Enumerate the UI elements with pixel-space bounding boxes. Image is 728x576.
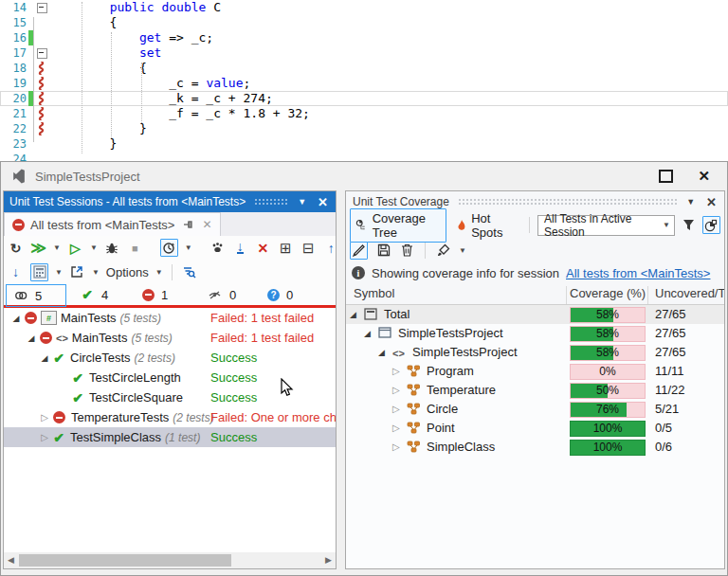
tab-close-icon[interactable]: ✕ (202, 218, 211, 231)
profile-tests-paw-icon[interactable] (209, 240, 226, 256)
code-line[interactable]: 17 set (0, 45, 728, 61)
hot-spots-button[interactable]: Hot Spots (452, 209, 521, 242)
run-test-icon[interactable]: ▷ (67, 240, 83, 256)
code-editor[interactable]: 14 public double C15 {16 get => _c;17 se… (0, 0, 728, 161)
coverage-row[interactable]: ▷Circle76%5/21 (346, 400, 724, 419)
expand-all-icon[interactable]: ⊞ (278, 240, 294, 256)
cover-tests-icon[interactable] (160, 239, 178, 257)
test-row[interactable]: ◢✔CircleTests(2 tests)Success (4, 348, 336, 368)
scroll-left-icon[interactable]: ◀ (8, 555, 14, 565)
code-line[interactable]: 23 } (0, 136, 728, 152)
code-line[interactable]: 19 _c = value; (0, 76, 728, 91)
expander-expanded-icon[interactable]: ◢ (9, 314, 23, 323)
code-line[interactable]: 18 { (0, 61, 728, 76)
run-all-dropdown-icon[interactable]: ▼ (53, 243, 61, 252)
drop-coverage-trash-icon[interactable] (399, 243, 415, 259)
test-row[interactable]: ▷TemperatureTests(2 tests)Failed: One or… (4, 407, 336, 427)
test-row[interactable]: ◢#MainTests(5 tests)Failed: 1 test faile… (4, 308, 336, 328)
code-line[interactable]: 16 get => _c; (0, 30, 728, 45)
expander-expanded-icon[interactable]: ◢ (350, 305, 356, 324)
expander-expanded-icon[interactable]: ◢ (38, 353, 51, 363)
panel-menu-caret-icon[interactable]: ▼ (298, 197, 306, 207)
append-tests-icon[interactable]: ↓ (232, 240, 248, 256)
highlight-code-icon[interactable] (350, 242, 368, 260)
session-tab[interactable]: All tests from <MainTests> ✕ (4, 212, 221, 236)
debug-test-icon[interactable] (104, 240, 120, 256)
run-dropdown-icon[interactable]: ▼ (90, 243, 98, 252)
panel-close-icon[interactable]: ✕ (706, 195, 717, 209)
scrollbar-thumb[interactable] (19, 554, 231, 567)
export-dropdown-icon[interactable]: ▼ (92, 268, 100, 277)
scroll-right-icon[interactable]: ▶ (325, 555, 332, 565)
expander-collapsed-icon[interactable]: ▷ (392, 438, 400, 457)
unit-test-sessions-titlebar[interactable]: Unit Test Sessions - All tests from <Mai… (4, 191, 336, 212)
collapse-all-icon[interactable]: ⊟ (300, 240, 317, 256)
coverage-row[interactable]: ◢SimpleTestsProject58%27/65 (346, 324, 724, 343)
count-passed[interactable]: ✔ 4 (80, 284, 108, 305)
expander-collapsed-icon[interactable]: ▷ (38, 432, 51, 442)
expander-collapsed-icon[interactable]: ▷ (392, 381, 400, 400)
fold-collapse-icon[interactable] (37, 3, 47, 13)
count-inconclusive[interactable]: ? 0 (267, 284, 293, 305)
group-by-dropdown-icon[interactable]: ▼ (55, 268, 63, 277)
next-test-icon[interactable]: ↓ (8, 264, 24, 280)
previous-test-icon[interactable]: ↑ (323, 240, 337, 256)
fold-collapse-icon[interactable] (37, 48, 47, 59)
expander-collapsed-icon[interactable]: ▷ (38, 412, 51, 423)
refresh-icon[interactable]: ↻ (8, 240, 24, 256)
coverage-row[interactable]: ▷Temperature50%11/22 (346, 381, 724, 400)
code-line[interactable]: 22 } (0, 121, 728, 136)
test-row[interactable]: ✔TestCircleSquareSuccess (4, 387, 336, 407)
test-results-tree[interactable]: ◢#MainTests(5 tests)Failed: 1 test faile… (4, 308, 336, 552)
fold-margin[interactable] (34, 0, 50, 15)
code-line[interactable]: 15 { (0, 15, 728, 30)
group-by-icon[interactable] (30, 263, 48, 281)
test-row[interactable]: ◢<>MainTests(5 tests)Failed: 1 test fail… (4, 328, 336, 348)
expander-collapsed-icon[interactable]: ▷ (392, 400, 400, 419)
appearance-brush-icon[interactable] (435, 243, 451, 259)
run-all-tests-icon[interactable]: ≫ (30, 240, 46, 256)
save-snapshot-icon[interactable] (375, 243, 391, 259)
coverage-row[interactable]: ▷Point100%0/5 (346, 419, 724, 438)
coverage-table-header[interactable]: Symbol Coverage (%) Uncovered/Total (346, 283, 724, 305)
count-ignored[interactable]: 0 (207, 284, 236, 305)
panel-menu-caret-icon[interactable]: ▼ (686, 197, 695, 207)
expander-expanded-icon[interactable]: ◢ (364, 324, 371, 343)
maximize-button[interactable] (659, 170, 673, 183)
panel-splitter[interactable] (337, 190, 345, 569)
export-icon[interactable] (69, 264, 85, 280)
coverage-row[interactable]: ▷SimpleClass100%0/6 (346, 438, 724, 457)
coverage-row[interactable]: ▷Program0%11/11 (346, 362, 724, 381)
panel-close-icon[interactable]: ✕ (318, 195, 328, 209)
coverage-row[interactable]: ◢<>SimpleTestsProject58%27/65 (346, 343, 724, 362)
coverage-table-rows[interactable]: ◢Total58%27/65◢SimpleTestsProject58%27/6… (346, 305, 724, 568)
coverage-scope-icon[interactable] (702, 216, 720, 234)
count-failed[interactable]: 1 (142, 284, 168, 305)
pin-icon[interactable] (180, 217, 196, 233)
code-line[interactable]: 14 public double C (0, 0, 728, 15)
code-line[interactable]: 21 _f = _c * 1.8 + 32; (0, 106, 728, 121)
expander-collapsed-icon[interactable]: ▷ (392, 419, 400, 438)
stop-icon[interactable]: ■ (127, 240, 143, 256)
options-dropdown-icon[interactable]: ▼ (155, 268, 163, 277)
options-button[interactable]: Options (106, 265, 149, 279)
expander-expanded-icon[interactable]: ◢ (25, 333, 38, 343)
remove-session-icon[interactable]: ✕ (255, 240, 271, 256)
expander-expanded-icon[interactable]: ◢ (378, 343, 385, 362)
window-titlebar[interactable]: SimpleTestsProject ✕ (1, 162, 727, 190)
coverage-row[interactable]: ◢Total58%27/65 (346, 305, 724, 324)
test-row[interactable]: ▷✔TestSimpleClass(1 test)Success (4, 427, 336, 447)
horizontal-scrollbar[interactable]: ◀ ▶ (4, 552, 336, 568)
test-row[interactable]: ✔TestCircleLengthSuccess (4, 368, 336, 387)
close-window-button[interactable]: ✕ (698, 171, 710, 181)
brush-dropdown-icon[interactable]: ▼ (459, 246, 466, 255)
filter-coverage-icon[interactable] (681, 217, 697, 233)
fold-margin[interactable] (34, 45, 50, 61)
filter-tests-icon[interactable] (181, 264, 197, 280)
count-total[interactable]: 5 (6, 284, 66, 307)
session-link[interactable]: All tests from <MainTests> (566, 266, 710, 280)
cover-dropdown-icon[interactable]: ▼ (185, 243, 192, 252)
session-filter-dropdown[interactable]: All Tests in Active Session ▼ (537, 215, 675, 236)
expander-collapsed-icon[interactable]: ▷ (392, 362, 400, 381)
code-line[interactable]: 20 _k = _c + 274; (0, 91, 728, 106)
